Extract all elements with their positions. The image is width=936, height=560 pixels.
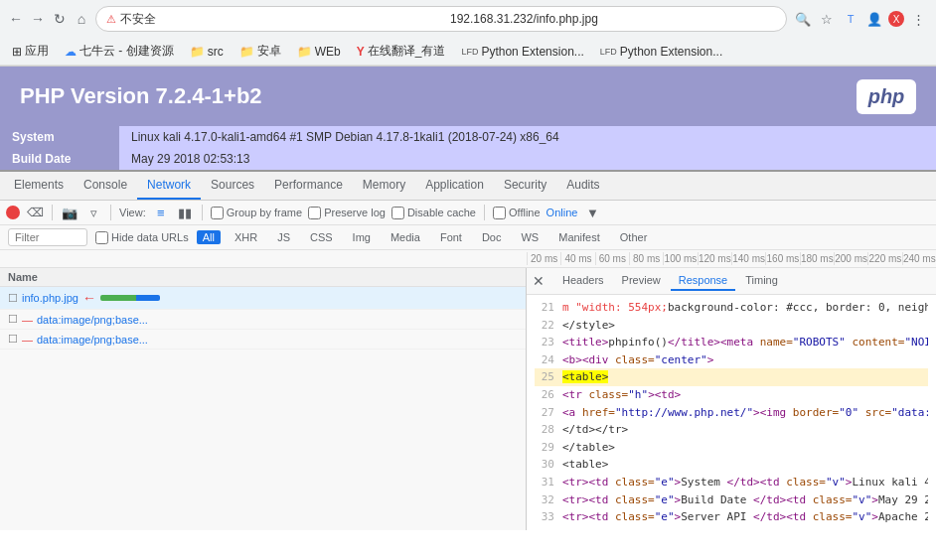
bookmark-youdao[interactable]: Y 在线翻译_有道 <box>353 41 450 62</box>
close-panel-button[interactable]: ✕ <box>533 273 545 289</box>
bookmark-web[interactable]: 📁 WEb <box>293 43 345 61</box>
network-toolbar: ⌫ 📷 ▿ View: ≡ ▮▮ Group by frame Preserve… <box>0 201 936 225</box>
type-js[interactable]: JS <box>271 230 296 244</box>
tab-network[interactable]: Network <box>137 172 201 200</box>
system-row: System Linux kali 4.17.0-kali1-amd64 #1 … <box>0 126 936 148</box>
devtools-tab-bar: Elements Console Network Sources Perform… <box>0 172 936 201</box>
grid-view-button[interactable]: ▮▮ <box>176 204 194 221</box>
type-media[interactable]: Media <box>385 230 426 244</box>
marker-240: 240 ms <box>902 252 936 265</box>
clear-button[interactable]: ⌫ <box>26 204 44 221</box>
type-ws[interactable]: WS <box>515 230 545 244</box>
tab-console[interactable]: Console <box>74 172 137 200</box>
system-value: Linux kali 4.17.0-kali1-amd64 #1 SMP Deb… <box>119 126 936 148</box>
address-text: 不安全 <box>120 11 446 28</box>
separator2 <box>110 205 111 220</box>
error-icon-2: — <box>22 334 33 346</box>
group-by-frame-checkbox[interactable]: Group by frame <box>211 207 302 219</box>
type-manifest[interactable]: Manifest <box>552 230 606 244</box>
checkbox-icon-0: ☐ <box>8 292 18 305</box>
page-content: PHP Version 7.2.4-1+b2 php System Linux … <box>0 67 936 170</box>
response-line-22: 22 </style> <box>535 317 928 335</box>
response-line-28: 28 </td></tr> <box>535 421 928 439</box>
bookmark-android[interactable]: 📁 安卓 <box>235 41 285 62</box>
build-date-row: Build Date May 29 2018 02:53:13 <box>0 148 936 170</box>
bookmark-src[interactable]: 📁 src <box>186 43 228 61</box>
network-item-2[interactable]: ☐ — data:image/png;base... <box>0 330 526 350</box>
type-all[interactable]: All <box>197 230 221 244</box>
php-logo: php <box>857 79 916 114</box>
type-doc[interactable]: Doc <box>476 230 508 244</box>
translate-icon[interactable]: T <box>841 9 860 29</box>
network-item-name-2: ☐ — data:image/png;base... <box>8 333 518 346</box>
reload-button[interactable]: ↻ <box>52 11 68 27</box>
hide-data-urls-checkbox[interactable]: Hide data URLs <box>95 231 189 244</box>
tab-preview[interactable]: Preview <box>614 271 669 291</box>
list-view-button[interactable]: ≡ <box>152 204 170 221</box>
type-img[interactable]: Img <box>347 230 377 244</box>
back-button[interactable]: ← <box>8 11 24 27</box>
error-icon-1: — <box>22 314 33 326</box>
separator4 <box>484 205 485 220</box>
extension-btn1[interactable]: X <box>888 11 904 27</box>
search-button[interactable]: 🔍 <box>793 9 813 29</box>
youdao-icon: Y <box>357 45 365 59</box>
bookmark-python2[interactable]: LFD Python Extension... <box>596 43 726 61</box>
marker-200: 200 ms <box>834 252 867 265</box>
preserve-log-checkbox[interactable]: Preserve log <box>308 207 386 219</box>
tab-performance[interactable]: Performance <box>264 172 353 200</box>
camera-button[interactable]: 📷 <box>61 204 78 221</box>
tab-application[interactable]: Application <box>415 172 494 200</box>
lfd2-icon: LFD <box>600 47 617 57</box>
bookmark-python1[interactable]: LFD Python Extension... <box>457 43 587 61</box>
dropdown-button[interactable]: ▼ <box>583 204 601 221</box>
response-line-21: 21 m "width: 554px;background-color: #cc… <box>535 299 928 317</box>
filter-bar: Hide data URLs All XHR JS CSS Img Media … <box>0 225 936 250</box>
type-xhr[interactable]: XHR <box>229 230 263 244</box>
network-item-name-1: ☐ — data:image/png;base... <box>8 313 518 326</box>
response-line-24: 24 <b><div class="center"> <box>535 351 928 369</box>
qiniu-icon: ☁ <box>65 45 77 59</box>
profile-button[interactable]: 👤 <box>864 9 884 29</box>
filter-input[interactable] <box>8 228 87 246</box>
type-font[interactable]: Font <box>434 230 468 244</box>
timeline-header: 20 ms 40 ms 60 ms 80 ms 100 ms 120 ms 14… <box>0 250 936 268</box>
response-line-31: 31 <tr><td class="e">System </td><td cla… <box>535 474 928 491</box>
checkbox-icon-2: ☐ <box>8 333 18 346</box>
online-label: Online <box>546 207 578 218</box>
tab-audits[interactable]: Audits <box>556 172 609 200</box>
type-other[interactable]: Other <box>614 230 654 244</box>
bookmark-apps[interactable]: ⊞ 应用 <box>8 41 53 62</box>
response-line-26: 26 <tr class="h"><td> <box>535 386 928 404</box>
marker-100: 100 ms <box>663 252 697 265</box>
bookmark-qiniu[interactable]: ☁ 七牛云 - 创建资源 <box>61 41 178 62</box>
filter-button[interactable]: ▿ <box>84 204 102 221</box>
tab-headers[interactable]: Headers <box>554 271 612 291</box>
address-url: 192.168.31.232/info.php.jpg <box>450 12 776 26</box>
security-icon: ⚠ <box>106 13 116 26</box>
record-button[interactable] <box>6 206 20 219</box>
marker-220: 220 ms <box>867 252 901 265</box>
network-item-name-0: ☐ info.php.jpg ← <box>8 290 518 306</box>
tab-security[interactable]: Security <box>494 172 556 200</box>
bookmark-button[interactable]: ☆ <box>817 9 837 29</box>
arrow-icon: ← <box>82 290 96 306</box>
tab-elements[interactable]: Elements <box>4 172 74 200</box>
view-label: View: <box>119 207 146 218</box>
disable-cache-checkbox[interactable]: Disable cache <box>391 207 476 219</box>
type-css[interactable]: CSS <box>304 230 339 244</box>
network-item-0[interactable]: ☐ info.php.jpg ← <box>0 287 526 310</box>
forward-button[interactable]: → <box>30 11 46 27</box>
network-item-1[interactable]: ☐ — data:image/png;base... <box>0 310 526 330</box>
menu-button[interactable]: ⋮ <box>908 9 928 29</box>
marker-120: 120 ms <box>698 252 731 265</box>
tab-memory[interactable]: Memory <box>353 172 415 200</box>
tab-response[interactable]: Response <box>671 271 736 291</box>
offline-checkbox[interactable]: Offline <box>493 207 541 219</box>
build-date-value: May 29 2018 02:53:13 <box>119 148 936 170</box>
home-button[interactable]: ⌂ <box>74 11 89 27</box>
tab-timing[interactable]: Timing <box>737 271 786 291</box>
tab-sources[interactable]: Sources <box>201 172 264 200</box>
address-bar[interactable]: ⚠ 不安全 192.168.31.232/info.php.jpg <box>95 6 787 32</box>
response-panel: ✕ Headers Preview Response Timing 21 m "… <box>527 268 936 530</box>
